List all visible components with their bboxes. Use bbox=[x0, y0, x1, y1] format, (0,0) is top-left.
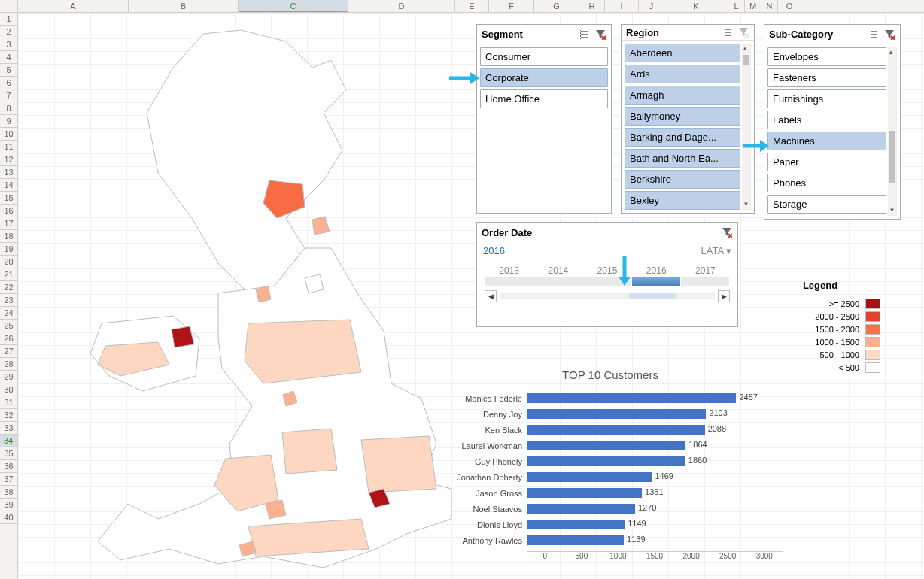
slicer-item[interactable]: Bath and North Ea... bbox=[625, 149, 740, 168]
row-header[interactable]: 7 bbox=[0, 89, 17, 102]
column-header[interactable]: K bbox=[664, 0, 728, 12]
slicer-item[interactable]: Storage bbox=[767, 195, 886, 214]
bar[interactable] bbox=[527, 472, 652, 482]
row-header[interactable]: 3 bbox=[0, 38, 17, 51]
row-header[interactable]: 9 bbox=[0, 115, 17, 128]
clear-filter-icon[interactable] bbox=[594, 29, 606, 41]
slicer-item[interactable]: Barking and Dage... bbox=[625, 128, 740, 147]
row-header[interactable]: 35 bbox=[0, 447, 17, 460]
timeline-period-dropdown[interactable]: LATA ▾ bbox=[701, 245, 732, 256]
slicer-item[interactable]: Consumer bbox=[480, 47, 608, 66]
row-header[interactable]: 26 bbox=[0, 332, 17, 345]
timeline-scroll-right[interactable]: ▶ bbox=[718, 290, 730, 302]
bar[interactable] bbox=[527, 520, 625, 529]
row-header[interactable]: 6 bbox=[0, 77, 17, 89]
row-header[interactable]: 40 bbox=[0, 511, 17, 524]
timeline-scroll-left[interactable]: ◀ bbox=[485, 290, 497, 302]
row-header[interactable]: 19 bbox=[0, 243, 17, 256]
slicer-item[interactable]: Bexley bbox=[625, 191, 740, 210]
multi-select-icon[interactable] bbox=[868, 29, 880, 41]
row-header[interactable]: 22 bbox=[0, 281, 17, 294]
slicer-item[interactable]: Aberdeen bbox=[625, 44, 740, 62]
row-header[interactable]: 25 bbox=[0, 320, 17, 332]
row-header[interactable]: 36 bbox=[0, 460, 17, 473]
row-header[interactable]: 10 bbox=[0, 128, 17, 141]
row-header[interactable]: 2 bbox=[0, 26, 17, 38]
slicer-item[interactable]: Fasteners bbox=[767, 68, 886, 87]
row-header[interactable]: 1 bbox=[0, 13, 17, 26]
column-header[interactable]: A bbox=[18, 0, 129, 12]
row-header[interactable]: 20 bbox=[0, 256, 17, 268]
row-header[interactable]: 17 bbox=[0, 217, 17, 230]
slicer-item[interactable]: Ballymoney bbox=[625, 107, 740, 126]
row-header[interactable]: 13 bbox=[0, 166, 17, 179]
timeline-segment[interactable] bbox=[681, 277, 729, 286]
bar[interactable] bbox=[527, 504, 635, 514]
column-header[interactable]: O bbox=[778, 0, 801, 12]
row-header[interactable]: 5 bbox=[0, 64, 17, 77]
row-header[interactable]: 32 bbox=[0, 409, 17, 422]
row-header[interactable]: 12 bbox=[0, 153, 17, 166]
scroll-up-icon[interactable]: ▲ bbox=[742, 44, 748, 53]
select-all-corner[interactable] bbox=[0, 0, 18, 13]
row-header[interactable]: 33 bbox=[0, 422, 17, 435]
column-header[interactable]: C bbox=[239, 0, 348, 12]
row-header[interactable]: 23 bbox=[0, 294, 17, 307]
scroll-up-icon[interactable]: ▲ bbox=[888, 48, 894, 57]
row-header[interactable]: 4 bbox=[0, 51, 17, 64]
scrollbar-vertical[interactable]: ▲ ▼ bbox=[742, 44, 751, 210]
multi-select-icon[interactable] bbox=[579, 29, 591, 41]
slicer-item[interactable]: Home Office bbox=[480, 89, 608, 108]
scroll-down-icon[interactable]: ▼ bbox=[742, 200, 750, 209]
row-header[interactable]: 14 bbox=[0, 179, 17, 192]
bar[interactable] bbox=[527, 456, 685, 466]
slicer-item[interactable]: Phones bbox=[767, 174, 886, 192]
row-header[interactable]: 34 bbox=[0, 435, 17, 447]
column-header[interactable]: B bbox=[129, 0, 239, 12]
clear-filter-icon[interactable] bbox=[721, 226, 733, 238]
column-header[interactable]: M bbox=[745, 0, 761, 12]
uk-map-chart[interactable] bbox=[45, 23, 455, 579]
timeline-track[interactable] bbox=[477, 277, 737, 286]
column-header[interactable]: F bbox=[489, 0, 534, 12]
slicer-item[interactable]: Corporate bbox=[480, 68, 608, 87]
column-header[interactable]: E bbox=[455, 0, 489, 12]
timeline-segment[interactable] bbox=[533, 277, 582, 286]
column-header[interactable]: H bbox=[579, 0, 605, 12]
bar[interactable] bbox=[527, 409, 706, 419]
top-customers-chart[interactable]: TOP 10 Customers Monica Federle2457Denny… bbox=[438, 368, 783, 560]
row-header[interactable]: 31 bbox=[0, 396, 17, 409]
column-header[interactable]: I bbox=[605, 0, 639, 12]
scroll-down-icon[interactable]: ▼ bbox=[888, 206, 896, 215]
row-header[interactable]: 24 bbox=[0, 307, 17, 320]
row-header[interactable]: 11 bbox=[0, 141, 17, 153]
bar[interactable] bbox=[527, 425, 705, 435]
row-header[interactable]: 28 bbox=[0, 358, 17, 371]
slicer-item[interactable]: Paper bbox=[767, 153, 886, 171]
row-header[interactable]: 38 bbox=[0, 486, 17, 499]
timeline-scrollbar[interactable] bbox=[500, 293, 715, 299]
row-header[interactable]: 29 bbox=[0, 371, 17, 383]
row-header[interactable]: 15 bbox=[0, 192, 17, 205]
slicer-item[interactable]: Furnishings bbox=[767, 89, 886, 108]
clear-filter-icon[interactable] bbox=[883, 29, 895, 41]
row-header[interactable]: 18 bbox=[0, 230, 17, 243]
column-header[interactable]: N bbox=[761, 0, 778, 12]
column-header[interactable]: J bbox=[639, 0, 664, 12]
slicer-item[interactable]: Machines bbox=[767, 132, 886, 150]
multi-select-icon[interactable] bbox=[722, 26, 734, 38]
slicer-item[interactable]: Berkshire bbox=[625, 170, 740, 189]
timeline-segment[interactable] bbox=[632, 277, 680, 286]
slicer-item[interactable]: Armagh bbox=[625, 86, 740, 105]
column-header[interactable]: G bbox=[534, 0, 579, 12]
row-header[interactable]: 8 bbox=[0, 102, 17, 115]
row-header[interactable]: 37 bbox=[0, 473, 17, 486]
row-header[interactable]: 16 bbox=[0, 205, 17, 217]
row-header[interactable]: 39 bbox=[0, 499, 17, 511]
timeline-segment[interactable] bbox=[485, 277, 533, 286]
scrollbar-vertical[interactable]: ▲ ▼ bbox=[888, 47, 897, 216]
column-header[interactable]: D bbox=[348, 0, 455, 12]
slicer-item[interactable]: Labels bbox=[767, 111, 886, 129]
row-header[interactable]: 30 bbox=[0, 383, 17, 396]
column-header[interactable]: L bbox=[728, 0, 745, 12]
